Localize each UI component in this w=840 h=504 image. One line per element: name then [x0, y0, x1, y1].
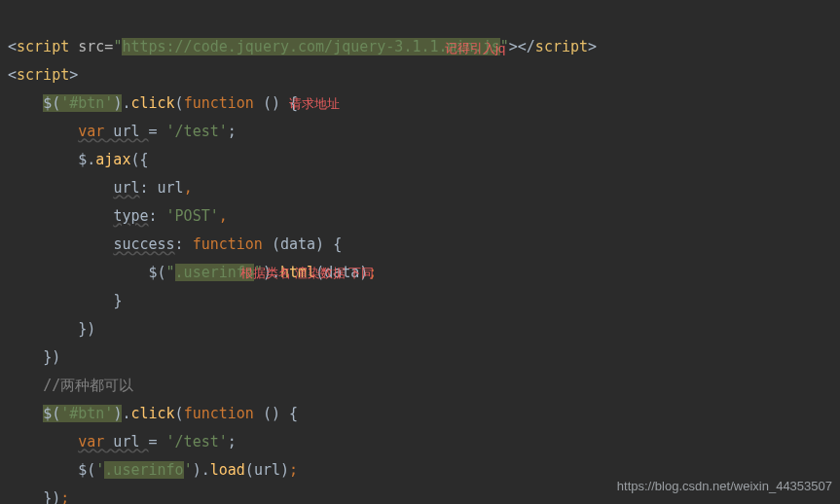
- method-ajax: ajax: [95, 151, 130, 168]
- paren: (: [245, 461, 254, 479]
- indent: [8, 235, 113, 253]
- keyword-function: function: [184, 94, 263, 112]
- paren: ): [193, 461, 201, 479]
- close: }): [43, 489, 60, 504]
- indent: [8, 377, 43, 394]
- selector-quote: ': [60, 94, 69, 112]
- equals: =: [149, 123, 166, 140]
- comma: ,: [219, 207, 228, 225]
- indent: [8, 151, 78, 168]
- close: }): [43, 348, 60, 366]
- indent: [8, 405, 43, 422]
- quote: ': [166, 207, 175, 225]
- selector: #btn: [69, 94, 104, 112]
- jquery-call: $(: [149, 264, 166, 281]
- indent: [8, 264, 149, 281]
- ref-url: url: [158, 179, 184, 197]
- indent: [8, 292, 113, 309]
- semi: ;: [228, 123, 237, 140]
- brace: }: [113, 292, 122, 309]
- selector: #btn: [69, 405, 104, 422]
- brace: {: [324, 235, 342, 253]
- method-load: load: [210, 461, 245, 479]
- obj-close: }): [78, 320, 95, 338]
- semi: ;: [228, 433, 237, 450]
- paren: (: [272, 235, 280, 253]
- ident-url: url: [104, 123, 148, 140]
- watermark: https://blog.csdn.net/weixin_44353507: [617, 472, 832, 500]
- tag-name: script: [17, 66, 69, 84]
- quote: ': [95, 461, 104, 479]
- jquery-call: $(: [43, 405, 60, 422]
- quote: ": [166, 264, 175, 281]
- indent: [8, 207, 113, 225]
- quote: ': [219, 433, 228, 450]
- semi: ;: [289, 461, 298, 479]
- type-value: POST: [175, 207, 210, 225]
- equals: =: [149, 433, 166, 450]
- paren: ): [280, 461, 289, 479]
- tag-name: script: [17, 38, 78, 55]
- attr-name: src=: [78, 38, 113, 55]
- paren: ): [315, 235, 324, 253]
- indent: [8, 348, 43, 366]
- dollar: $: [78, 151, 87, 168]
- angle-open: <: [8, 66, 17, 84]
- key-url: url: [113, 179, 139, 197]
- code-block: <script src="https://code.jquery.com/jqu…: [0, 0, 840, 504]
- colon: :: [149, 207, 166, 225]
- quote: ': [166, 123, 175, 140]
- url-value: /test: [175, 123, 219, 140]
- angle-open: </: [518, 38, 535, 55]
- indent: [8, 461, 78, 479]
- param-data: data: [280, 235, 315, 253]
- quote: ': [184, 461, 193, 479]
- comma: ,: [184, 179, 193, 197]
- indent: [8, 320, 78, 338]
- jquery-call: $(: [78, 461, 95, 479]
- keyword-var: var: [78, 433, 104, 450]
- angle-close: >: [509, 38, 518, 55]
- key-type: type: [113, 207, 148, 225]
- angle-close: >: [588, 38, 597, 55]
- paren-empty: (): [263, 94, 280, 112]
- paren: (: [175, 94, 184, 112]
- indent: [8, 94, 43, 112]
- ident-url: url: [104, 433, 148, 450]
- comment-both-ways: //两种都可以: [43, 377, 133, 394]
- dot: .: [201, 461, 210, 479]
- semi: ;: [60, 489, 69, 504]
- indent: [8, 179, 113, 197]
- jquery-call: $(: [43, 94, 60, 112]
- colon: :: [175, 235, 193, 253]
- colon: :: [139, 179, 157, 197]
- keyword-var: var: [78, 123, 104, 140]
- selector-quote: ': [60, 405, 69, 422]
- obj-open: ({: [130, 151, 148, 168]
- indent: [8, 489, 43, 504]
- annotation-render-by-class: 根据类名 渲染数据 下同: [240, 266, 374, 280]
- annotation-import-jq: 记得引入jq: [445, 41, 505, 55]
- indent: [8, 123, 78, 140]
- method-click: click: [130, 94, 174, 112]
- annotation-request-url: 请求地址: [289, 96, 340, 111]
- quote: ': [166, 433, 175, 450]
- method-click: click: [130, 405, 174, 422]
- arg-url: url: [254, 461, 280, 479]
- paren: (: [175, 405, 184, 422]
- quote: ': [210, 207, 219, 225]
- paren-empty: (): [263, 405, 280, 422]
- keyword-function: function: [184, 405, 263, 422]
- angle-close: >: [69, 66, 78, 84]
- indent: [8, 433, 78, 450]
- keyword-function: function: [193, 235, 272, 253]
- angle-open: <: [8, 38, 17, 55]
- url-value: /test: [175, 433, 219, 450]
- quote: ': [219, 123, 228, 140]
- tag-name: script: [535, 38, 588, 55]
- src-url: https://code.jquery.com/jquery-3.1.1.min…: [122, 38, 499, 55]
- key-success: success: [113, 235, 174, 253]
- selector-userinfo: .userinfo: [104, 461, 183, 479]
- dot: .: [87, 151, 95, 168]
- brace: {: [280, 405, 298, 422]
